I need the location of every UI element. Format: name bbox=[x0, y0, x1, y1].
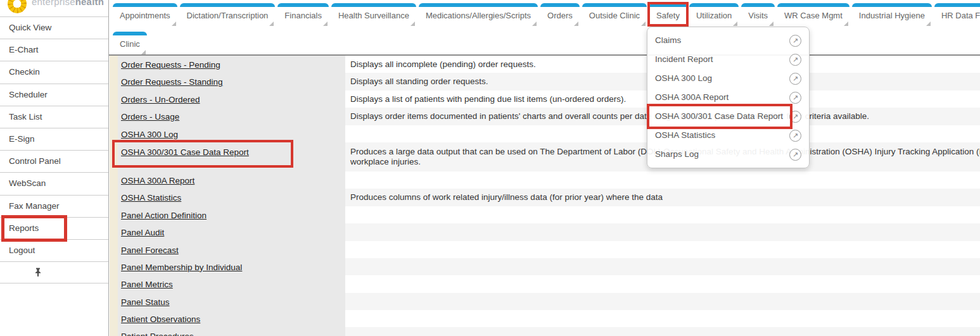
menu-item-label: OSHA 300 Log bbox=[655, 69, 712, 88]
menu-item-label: OSHA 300A Report bbox=[655, 88, 729, 107]
tab-hr-data-feed[interactable]: HR Data Feed bbox=[934, 3, 980, 25]
tab-accent-bar bbox=[113, 3, 177, 7]
sidebar-item-scheduler[interactable]: Scheduler bbox=[0, 84, 108, 106]
report-link-orders-un-ordered[interactable]: Orders - Un-Ordered bbox=[121, 95, 200, 104]
tab-medications-allergies-scripts[interactable]: Medications/Allergies/Scripts bbox=[419, 3, 538, 25]
external-link-icon: ↗ bbox=[789, 111, 801, 123]
sidebar-item-task-list[interactable]: Task List bbox=[0, 106, 108, 128]
menu-item-osha-300-301-case-data-report[interactable]: OSHA 300/301 Case Data Report↗ bbox=[647, 107, 809, 126]
report-link-panel-forecast[interactable]: Panel Forecast bbox=[121, 246, 179, 255]
menu-item-osha-300a-report[interactable]: OSHA 300A Report↗ bbox=[647, 88, 809, 107]
tab-safety[interactable]: Safety bbox=[649, 3, 687, 25]
brand-name: enterprisehealth bbox=[32, 0, 104, 7]
report-desc-row bbox=[345, 310, 980, 327]
sidebar: enterprisehealth Quick ViewE-ChartChecki… bbox=[0, 0, 109, 336]
report-link-order-requests-pending[interactable]: Order Requests - Pending bbox=[121, 60, 220, 70]
tab-label: Appointments bbox=[120, 11, 170, 20]
menu-item-incident-report[interactable]: Incident Report↗ bbox=[647, 50, 809, 69]
report-link-row: Orders - Un-Ordered bbox=[118, 90, 345, 108]
brand-bold: health bbox=[75, 0, 104, 7]
report-link-patient-procedures[interactable]: Patient Procedures bbox=[121, 332, 194, 336]
tab-accent-bar bbox=[582, 3, 647, 7]
tab-accent-bar bbox=[419, 3, 538, 7]
report-desc-row bbox=[345, 258, 980, 275]
sidebar-item-logout[interactable]: Logout bbox=[0, 239, 108, 261]
tab-utilization[interactable]: Utilization bbox=[689, 3, 739, 25]
report-link-panel-audit[interactable]: Panel Audit bbox=[121, 228, 164, 237]
report-link-order-requests-standing[interactable]: Order Requests - Standing bbox=[121, 77, 223, 87]
report-desc-row bbox=[345, 241, 980, 258]
brand-light: enterprise bbox=[32, 0, 75, 7]
report-link-row: OSHA 300A Report bbox=[118, 171, 345, 189]
menu-item-osha-statistics[interactable]: OSHA Statistics↗ bbox=[647, 126, 809, 145]
sidebar-item-fax-manager[interactable]: Fax Manager bbox=[0, 195, 108, 217]
report-link-orders-usage[interactable]: Orders - Usage bbox=[121, 112, 179, 121]
report-desc-row bbox=[345, 206, 980, 223]
tab-accent-bar bbox=[689, 3, 739, 7]
report-desc: Displays all incomplete (pending) order … bbox=[350, 59, 536, 69]
menu-item-label: OSHA 300/301 Case Data Report bbox=[655, 107, 783, 126]
report-link-row: Patient Observations bbox=[118, 310, 345, 327]
report-link-panel-action-definition[interactable]: Panel Action Definition bbox=[121, 211, 207, 220]
report-link-osha-statistics[interactable]: OSHA Statistics bbox=[121, 193, 181, 202]
external-link-icon: ↗ bbox=[789, 92, 801, 104]
report-link-row: Panel Audit bbox=[118, 223, 345, 240]
report-link-osha-300-log[interactable]: OSHA 300 Log bbox=[121, 130, 178, 139]
report-link-patient-observations[interactable]: Patient Observations bbox=[121, 314, 200, 324]
menu-item-claims[interactable]: Claims↗ bbox=[647, 31, 809, 50]
tab-visits[interactable]: Visits bbox=[741, 3, 775, 25]
sidebar-item-e-sign[interactable]: E-Sign bbox=[0, 128, 108, 150]
tab-orders[interactable]: Orders bbox=[540, 3, 580, 25]
tab-appointments[interactable]: Appointments bbox=[113, 3, 177, 25]
tab-dictation-transcription[interactable]: Dictation/Transcription bbox=[180, 3, 276, 25]
tab-financials[interactable]: Financials bbox=[277, 3, 329, 25]
tab-outside-clinic[interactable]: Outside Clinic bbox=[582, 3, 647, 25]
tab-clinic[interactable]: Clinic bbox=[113, 32, 147, 54]
report-desc-row bbox=[345, 293, 980, 310]
report-desc: Produces columns of work related injury/… bbox=[350, 192, 663, 202]
logo-gear-icon bbox=[8, 0, 27, 13]
report-link-osha-300-301-case-data-report[interactable]: OSHA 300/301 Case Data Report bbox=[121, 147, 249, 157]
sidebar-menu: Quick ViewE-ChartCheckinSchedulerTask Li… bbox=[0, 16, 108, 261]
external-link-icon: ↗ bbox=[789, 149, 801, 161]
report-link-panel-status[interactable]: Panel Status bbox=[121, 297, 170, 307]
menu-item-label: Sharps Log bbox=[655, 145, 699, 164]
sidebar-item-e-chart[interactable]: E-Chart bbox=[0, 39, 108, 61]
report-link-osha-300a-report[interactable]: OSHA 300A Report bbox=[121, 176, 194, 185]
sidebar-item-checkin[interactable]: Checkin bbox=[0, 61, 108, 83]
app-logo: enterprisehealth bbox=[0, 0, 108, 16]
report-link-panel-membership-by-individual[interactable]: Panel Membership by Individual bbox=[121, 263, 242, 272]
report-link-panel-metrics[interactable]: Panel Metrics bbox=[121, 280, 173, 289]
report-desc-row: Produces columns of work related injury/… bbox=[345, 189, 980, 206]
sidebar-item-control-panel[interactable]: Control Panel bbox=[0, 150, 108, 172]
tab-accent-bar bbox=[852, 3, 932, 7]
external-link-icon: ↗ bbox=[789, 73, 801, 85]
menu-item-sharps-log[interactable]: Sharps Log↗ bbox=[647, 145, 809, 164]
sidebar-item-quick-view[interactable]: Quick View bbox=[0, 16, 108, 39]
report-link-row: Order Requests - Standing bbox=[118, 73, 345, 90]
tab-accent-bar bbox=[331, 3, 416, 7]
tab-industrial-hygiene[interactable]: Industrial Hygiene bbox=[852, 3, 932, 25]
sidebar-item-reports[interactable]: Reports bbox=[0, 217, 108, 239]
report-desc: Displays a list of patients with pending… bbox=[350, 94, 626, 104]
tab-label: Industrial Hygiene bbox=[859, 11, 925, 20]
sidebar-item-webscan[interactable]: WebScan bbox=[0, 172, 108, 194]
menu-item-label: OSHA Statistics bbox=[655, 126, 715, 145]
menu-item-osha-300-log[interactable]: OSHA 300 Log↗ bbox=[647, 69, 809, 88]
module-tab-row: AppointmentsDictation/TranscriptionFinan… bbox=[109, 0, 980, 28]
app-root: enterprisehealth Quick ViewE-ChartChecki… bbox=[0, 0, 980, 336]
tab-label: Outside Clinic bbox=[589, 11, 640, 20]
external-link-icon: ↗ bbox=[789, 130, 801, 142]
tab-label: Health Surveillance bbox=[338, 11, 409, 20]
menu-item-label: Claims bbox=[655, 31, 681, 50]
report-desc-row bbox=[345, 171, 980, 189]
tab-accent-bar bbox=[934, 3, 980, 7]
report-link-row: Panel Action Definition bbox=[118, 206, 345, 223]
sidebar-pin-button[interactable] bbox=[0, 261, 108, 283]
external-link-icon: ↗ bbox=[789, 35, 801, 47]
external-link-icon: ↗ bbox=[789, 54, 801, 66]
tab-health-surveillance[interactable]: Health Surveillance bbox=[331, 3, 416, 25]
report-links-panel: Order Requests - PendingOrder Requests -… bbox=[118, 56, 345, 336]
report-desc-row bbox=[345, 275, 980, 292]
tab-wr-case-mgmt[interactable]: WR Case Mgmt bbox=[777, 3, 850, 25]
